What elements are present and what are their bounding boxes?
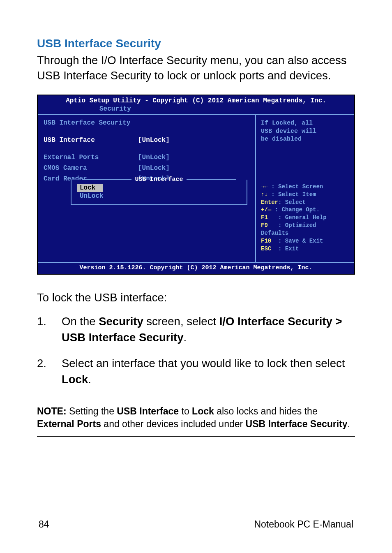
row-value: [UnLock]	[138, 154, 170, 161]
bios-tab-security: Security	[95, 105, 135, 113]
t: screen, select	[143, 315, 219, 328]
t: also locks and hides the	[214, 406, 318, 416]
bios-section-title: USB Interface Security	[44, 119, 138, 127]
key: ESC	[261, 245, 271, 252]
key: ↑↓	[261, 191, 268, 199]
bios-row-usb-interface: USB Interface [UnLock]	[44, 137, 249, 144]
t: On the	[62, 315, 99, 328]
key: F1	[261, 214, 268, 221]
t: Lock	[192, 406, 214, 416]
step-number: 2.	[37, 355, 62, 387]
t: Setting the	[67, 406, 117, 416]
help-line: be disabled	[261, 135, 349, 143]
bios-row-cmos-camera: CMOS Camera [UnLock]	[44, 164, 249, 172]
t: and other devices included under	[101, 419, 246, 429]
bios-help-keys: →← : Select Screen ↑↓ : Select Item Ente…	[261, 183, 349, 253]
help-line: If Locked, all	[261, 119, 349, 127]
key-desc: : Select Item	[271, 191, 316, 198]
bios-screenshot: Aptio Setup Utility - Copyright (C) 2012…	[37, 95, 355, 275]
key: Enter	[261, 199, 278, 206]
step-1: 1. On the Security screen, select I/O In…	[37, 313, 355, 345]
t: to	[179, 406, 192, 416]
key: F10	[261, 238, 271, 244]
key-desc: : Change Opt.	[275, 206, 320, 213]
section-heading: USB Interface Security	[37, 37, 355, 50]
bios-modal-item-lock: Lock	[77, 184, 103, 192]
page-footer: 84 Notebook PC E-Manual	[39, 512, 353, 530]
key-desc: Defaults	[261, 230, 288, 236]
key: →←	[261, 183, 268, 191]
t: Lock	[62, 373, 88, 386]
step-number: 1.	[37, 313, 62, 345]
t: .	[88, 373, 91, 386]
row-label: CMOS Camera	[44, 164, 138, 172]
key: F9	[261, 222, 268, 229]
row-value: [UnLock]	[138, 137, 170, 144]
lock-instruction: To lock the USB interface:	[37, 291, 355, 304]
t: USB Interface Security	[246, 419, 348, 429]
key-desc: : Select Screen	[271, 183, 323, 190]
t: External Ports	[37, 419, 101, 429]
row-value: [UnLock]	[138, 164, 170, 172]
bios-title: Aptio Setup Utility - Copyright (C) 2012…	[38, 95, 354, 104]
row-label: External Ports	[44, 154, 138, 161]
bios-left-pane: USB Interface Security USB Interface [Un…	[38, 115, 256, 262]
t: Security	[99, 315, 143, 328]
steps-list: 1. On the Security screen, select I/O In…	[37, 313, 355, 387]
t: .	[184, 331, 187, 344]
note-label: NOTE:	[37, 406, 67, 416]
t: USB Interface	[117, 406, 179, 416]
bios-row-external-ports: External Ports [UnLock]	[44, 154, 249, 161]
bios-tab-row: Security	[38, 104, 354, 115]
step-2: 2. Select an interface that you would li…	[37, 355, 355, 387]
bios-modal-title: USB Interface	[71, 176, 247, 183]
key-desc: : Exit	[278, 245, 299, 252]
bios-help-text: If Locked, all USB device will be disabl…	[261, 119, 349, 143]
page-number: 84	[39, 519, 49, 530]
row-label: USB Interface	[44, 137, 138, 144]
key-desc: : General Help	[278, 214, 327, 221]
bios-modal-item-unlock: UnLock	[77, 192, 241, 200]
t: .	[348, 419, 350, 429]
key-desc: : Optimized	[278, 222, 316, 229]
t: Select an interface that you would like …	[62, 357, 345, 370]
key-desc: : Select	[278, 199, 306, 206]
key: +/—	[261, 206, 271, 213]
help-line: USB device will	[261, 127, 349, 136]
bios-bottom-line: Version 2.15.1226. Copyright (C) 2012 Am…	[38, 262, 354, 274]
note-block: NOTE: Setting the USB Interface to Lock …	[37, 399, 355, 437]
key-desc: : Save & Exit	[278, 238, 323, 244]
bios-right-pane: If Locked, all USB device will be disabl…	[256, 115, 354, 262]
footer-title: Notebook PC E-Manual	[254, 519, 353, 530]
intro-text: Through the I/O Interface Security menu,…	[37, 53, 355, 83]
bios-modal: USB Interface Lock UnLock	[71, 176, 247, 205]
